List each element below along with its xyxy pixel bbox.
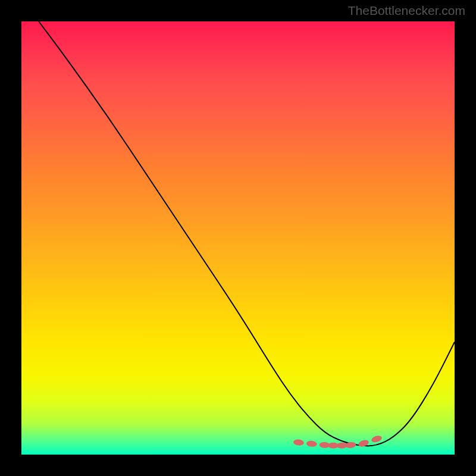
marker-dot — [358, 439, 369, 448]
bottleneck-curve — [39, 21, 455, 446]
marker-dot — [293, 439, 304, 446]
curve-svg — [21, 21, 455, 455]
chart-container: TheBottlenecker.com — [0, 0, 476, 476]
plot-area — [21, 21, 455, 455]
watermark-text: TheBottlenecker.com — [348, 4, 465, 18]
curve-line — [39, 21, 455, 446]
markers-group — [293, 434, 383, 449]
marker-dot — [306, 440, 317, 447]
marker-dot — [371, 434, 383, 443]
